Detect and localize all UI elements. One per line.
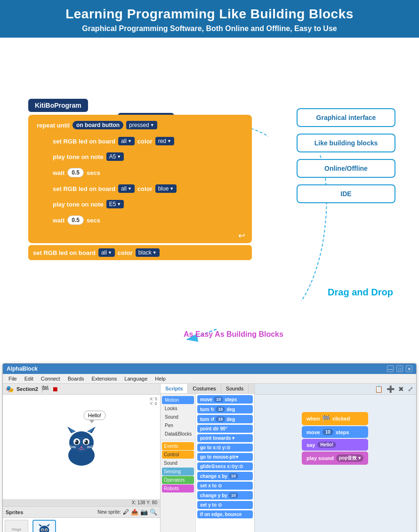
- palette-set-y[interactable]: set y to ⊙: [197, 501, 253, 509]
- cross-icon[interactable]: ✖: [398, 385, 404, 393]
- menu-help[interactable]: Help: [151, 375, 169, 382]
- new-sprite-paint-icon[interactable]: 🖊: [123, 508, 129, 516]
- stage-flag-icon[interactable]: 🏁: [41, 385, 49, 393]
- minimize-button[interactable]: —: [387, 365, 394, 372]
- sprites-list: Stage Stage 1 backdrop New backdrop: 🖊 📤…: [3, 517, 160, 532]
- cat-datablocks[interactable]: Data&Blocks: [162, 430, 194, 438]
- cat-events[interactable]: Events: [162, 442, 194, 450]
- maximize-button[interactable]: □: [396, 365, 403, 372]
- blocks-palette: move 10 steps turn ↻ 15 deg turn ↺ 15 de…: [196, 394, 254, 532]
- coord-display: X: 5Y: 0: [150, 397, 157, 406]
- tab-sounds[interactable]: Sounds: [221, 384, 249, 393]
- drag-drop-label: Drag and Drop: [328, 287, 393, 298]
- plus-icon[interactable]: ➕: [387, 385, 395, 393]
- cat-operators[interactable]: Operators: [162, 476, 194, 484]
- feature-building[interactable]: Like building blocks: [297, 134, 395, 152]
- palette-go-to-mouse[interactable]: go to mouse-ptr▾: [197, 453, 253, 461]
- cat-sprite-container: Hello!: [58, 425, 105, 469]
- script-block-move[interactable]: move 10 steps: [302, 426, 368, 438]
- cat-sound[interactable]: Sound: [162, 413, 194, 421]
- palette-glide[interactable]: glide①secs x:⊙y:⊙: [197, 462, 253, 470]
- set-rgb-black-block: set RGB led on board all color black: [28, 245, 252, 260]
- palette-point-dir[interactable]: point dir 90°: [197, 425, 253, 433]
- cat-pen[interactable]: Pen: [162, 421, 194, 429]
- new-sprite-upload-icon[interactable]: 📤: [131, 508, 138, 516]
- menu-connect[interactable]: Connect: [37, 375, 64, 382]
- speech-bubble: Hello!: [84, 411, 105, 420]
- menu-boards[interactable]: Boards: [64, 375, 88, 382]
- blocks-area: Scripts Costumes Sounds Motion Looks Sou…: [161, 384, 255, 532]
- palette-if-edge[interactable]: if on edge, bounce: [197, 510, 253, 518]
- new-sprite-search-icon[interactable]: 🔍: [150, 508, 157, 516]
- expand-icon[interactable]: ⤢: [408, 385, 413, 393]
- page-subtitle: Graphical Programming Software, Both Onl…: [9, 24, 410, 33]
- sprite-thumb-bluecat: [32, 520, 56, 532]
- flag-icon: 🏁: [322, 415, 330, 422]
- svg-point-14: [85, 441, 86, 442]
- menubar: File Edit Connect Boards Extensions Lang…: [3, 374, 416, 384]
- stage-thumb: Stage: [5, 520, 28, 532]
- palette-point-towards[interactable]: point towards ▾: [197, 434, 253, 442]
- script-block-say[interactable]: say Hello!: [302, 439, 368, 451]
- tab-scripts[interactable]: Scripts: [161, 384, 188, 393]
- palette-change-y[interactable]: change y by 10: [197, 491, 253, 500]
- menu-edit[interactable]: Edit: [21, 375, 37, 382]
- cat-control[interactable]: Control: [162, 451, 194, 459]
- feature-offline[interactable]: Online/Offline: [297, 159, 395, 178]
- features-panel: Graphical interface Like building blocks…: [297, 108, 395, 203]
- palette-turn-ccw[interactable]: turn ↺ 15 deg: [197, 415, 253, 423]
- stage-stop-icon[interactable]: ⏹: [52, 385, 58, 393]
- cat-motion[interactable]: Motion: [162, 396, 194, 404]
- set-rgb-blue-block: set RGB led on board all color blue: [40, 182, 248, 196]
- script-block-play-sound[interactable]: play sound pop音效 ▾: [302, 452, 368, 465]
- close-button[interactable]: ✕: [406, 365, 412, 372]
- category-list-left: Motion Looks Sound Pen Data&Blocks Event…: [161, 394, 196, 532]
- svg-marker-23: [47, 524, 50, 527]
- new-sprite-controls: New sprite: 🖊 📤 📷 🔍: [97, 508, 157, 516]
- tab-costumes[interactable]: Costumes: [188, 384, 221, 393]
- svg-point-13: [75, 441, 77, 442]
- stage-canvas: Hello!: [3, 395, 160, 499]
- svg-point-11: [75, 440, 79, 445]
- window-body: 🎭 Section2 🏁 ⏹ Hello!: [3, 384, 416, 532]
- scripting-area: 📋 ➕ ✖ ⤢ when 🏁 clicked move 10 steps: [255, 384, 416, 532]
- say-label: say: [306, 442, 315, 448]
- alphablock-container: AlphaBlock — □ ✕ File Edit Connect Board…: [0, 362, 419, 532]
- clicked-label: clicked: [332, 416, 350, 421]
- cat-sound-2[interactable]: Sound: [162, 459, 194, 467]
- play-tone-e5-block: play tone on note E5: [40, 197, 248, 211]
- repeat-until-block: repeat until on board button pressed: [32, 118, 248, 133]
- new-sprite-camera-icon[interactable]: 📷: [140, 508, 148, 516]
- page-title: Learning Programming Like Building Block…: [9, 7, 410, 22]
- palette-turn-cw[interactable]: turn ↻ 15 deg: [197, 405, 253, 413]
- menu-extensions[interactable]: Extensions: [88, 375, 121, 382]
- window-title: AlphaBlock: [7, 365, 38, 372]
- feature-graphical[interactable]: Graphical interface: [297, 108, 395, 127]
- stage-item[interactable]: Stage Stage 1 backdrop New backdrop: 🖊 📤…: [5, 520, 31, 532]
- copy-icon[interactable]: 📋: [375, 385, 383, 393]
- svg-marker-22: [39, 524, 42, 527]
- sprite-item-bluecat[interactable]: BlueCat: [32, 520, 58, 532]
- svg-point-27: [45, 529, 47, 531]
- script-block-when-clicked[interactable]: when 🏁 clicked: [302, 412, 368, 425]
- cat-robots[interactable]: Robots: [162, 484, 194, 492]
- cat-looks[interactable]: Looks: [162, 405, 194, 413]
- menu-language[interactable]: Language: [121, 375, 151, 382]
- feature-ide[interactable]: IDE: [297, 184, 395, 203]
- palette-move-steps[interactable]: move 10 steps: [197, 395, 253, 404]
- svg-point-21: [40, 526, 49, 532]
- window-controls: — □ ✕: [387, 365, 412, 372]
- cat-sensing[interactable]: Sensing: [162, 468, 194, 476]
- svg-point-12: [84, 440, 88, 445]
- palette-go-to-xy[interactable]: go to x:⊙ y:⊙: [197, 444, 253, 452]
- scripts-toolbar: 📋 ➕ ✖ ⤢: [255, 384, 416, 395]
- palette-set-x[interactable]: set x to ⊙: [197, 482, 253, 490]
- stage-coords: X: 138 Y: 80: [3, 499, 160, 506]
- menu-file[interactable]: File: [5, 375, 21, 382]
- window-titlebar: AlphaBlock — □ ✕: [3, 364, 416, 374]
- steps-label: steps: [336, 429, 349, 435]
- program-title: KitiBoProgram: [28, 99, 88, 112]
- palette-change-x[interactable]: change x by 10: [197, 472, 253, 480]
- cat-sprite-svg: [58, 425, 105, 467]
- wait-2-block: wait 0.5 secs: [40, 213, 248, 228]
